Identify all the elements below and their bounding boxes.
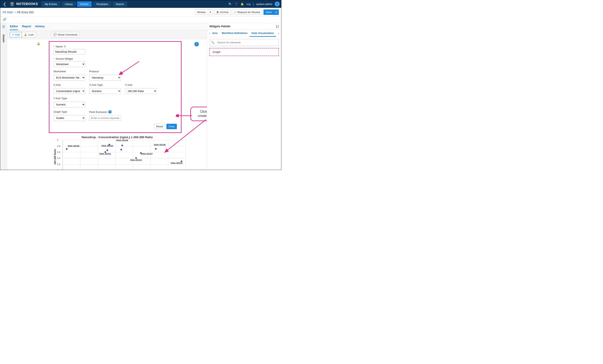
chart-ylabel: 260:280 Ratio — [54, 149, 57, 165]
breadcrumb-bar: PE R&D > PE Entry 003 Review ▾ 🗑Archive … — [0, 8, 281, 17]
tab-editor[interactable]: Editor — [10, 23, 18, 30]
palette-tab-workflow[interactable]: Workflow Definitions — [220, 30, 250, 37]
palette-tab-trunc[interactable]: ions — [212, 30, 220, 37]
point-label: DNA-00104 — [171, 162, 183, 164]
graph-type-label: Graph Type — [53, 110, 85, 113]
yaxis-select[interactable]: 260:280 Ratio — [125, 88, 157, 94]
chart-title: Nanodrop - Concentration (ng/uL) x 260:2… — [49, 135, 186, 139]
refresh-icon[interactable]: ↻ — [64, 45, 66, 48]
save-caret[interactable]: ▾ — [274, 10, 279, 15]
scatter-point[interactable] — [66, 148, 68, 150]
search-icon[interactable]: 🔍 — [228, 2, 232, 6]
chart-area: Nanodrop - Concentration (ng/uL) x 260:2… — [49, 135, 186, 170]
point-label: DNA-00109 — [116, 139, 128, 142]
org-label: esp — [246, 3, 251, 6]
protocol-select[interactable]: Nanodrop — [89, 75, 121, 80]
scatter-point[interactable] — [106, 149, 108, 151]
xaxis-label: X Axis — [53, 83, 85, 86]
xaxis-select[interactable]: Concentration (ng/uL) — [53, 88, 85, 94]
bell-icon[interactable]: 🔔 — [240, 2, 244, 6]
widgets-palette-panel: Widgets Palette❭| ‹ ions Workflow Defini… — [207, 23, 281, 170]
help-icon[interactable]: ? — [108, 110, 112, 114]
save-button[interactable]: Save — [264, 10, 274, 15]
editor-toolbar: ✎Edit 🔒Lock 💬Show Comments — [7, 30, 207, 39]
tab-history[interactable]: History — [35, 23, 45, 30]
help-icon[interactable]: ❓ — [234, 2, 238, 6]
tab-report[interactable]: Report — [22, 23, 31, 30]
check-icon: ✓ — [234, 11, 236, 14]
reset-button[interactable]: Reset — [154, 124, 165, 129]
breadcrumb-current: PE Entry 003 — [17, 11, 34, 14]
review-caret[interactable]: ▾ — [208, 10, 213, 15]
scatter-point[interactable] — [121, 145, 123, 146]
unlock-icon: 🔓 — [37, 42, 40, 45]
widget-menu-button[interactable]: ☰ — [194, 42, 199, 46]
nav-entries[interactable]: Entries — [77, 1, 92, 7]
lock-button[interactable]: 🔒Lock — [22, 32, 36, 37]
show-comments-button[interactable]: 💬Show Comments — [51, 32, 80, 37]
protocol-label: Protocol — [89, 70, 121, 73]
link-icon[interactable]: 🔗 — [3, 18, 7, 21]
review-button[interactable]: Review — [195, 10, 208, 15]
palette-search[interactable]: 🔍 — [209, 39, 279, 46]
xaxis-type-select[interactable]: Numeric — [89, 88, 121, 94]
request-review-button[interactable]: ✓Request for Review — [232, 10, 262, 15]
graph-widget-item[interactable]: Graph — [209, 48, 279, 56]
search-icon: 🔍 — [211, 41, 214, 44]
palette-tab-dataviz[interactable]: Data Visualization — [250, 30, 276, 37]
details-sidebar: ☰ Details — [0, 23, 7, 170]
draw-button[interactable]: Draw — [166, 124, 177, 129]
details-label[interactable]: Details — [2, 34, 5, 42]
point-label: DNA-00105 — [68, 145, 79, 147]
yaxis-type-label: Y Axis Type — [53, 97, 85, 100]
top-bar: ❮ 📓 NOTEBOOKS My Entries Library Entries… — [0, 0, 281, 8]
source-widget-label: Source Widget — [56, 57, 73, 60]
notebook-icon: 📓 — [9, 1, 15, 7]
yaxis-type-select[interactable]: Numeric — [53, 102, 85, 107]
avatar[interactable]: 👤 — [275, 2, 279, 6]
nav-library[interactable]: Library — [61, 1, 76, 7]
point-label: DNA-00102 — [102, 145, 113, 147]
graph-config-panel: *Name↻ *Source Widget Worksheet Workshee… — [49, 41, 182, 133]
callout-click-draw: Click Draw to create the graph — [190, 107, 207, 121]
nav-templates[interactable]: Templates — [93, 1, 111, 7]
breadcrumb-parent[interactable]: PE R&D — [3, 11, 13, 14]
scroll-right-icon[interactable]: › — [276, 32, 281, 35]
back-button[interactable]: ❮ — [2, 1, 7, 7]
name-label: Name — [56, 45, 63, 48]
archive-button[interactable]: 🗑Archive — [214, 10, 231, 15]
palette-search-input[interactable] — [216, 40, 277, 45]
worksheet-label: Worksheet — [53, 70, 85, 73]
nav-search[interactable]: Search — [113, 1, 127, 7]
top-nav: My Entries Library Entries Templates Sea… — [42, 1, 127, 7]
lock-icon: 🔒 — [24, 33, 27, 36]
point-label: DNA-00108 — [154, 144, 166, 146]
yaxis-label: Y Axis — [125, 83, 157, 86]
scatter-point[interactable] — [155, 148, 157, 150]
point-label: DNA-00101 — [100, 153, 111, 155]
comment-icon: 💬 — [53, 33, 57, 36]
palette-title: Widgets Palette — [209, 25, 230, 28]
pencil-icon: ✎ — [12, 33, 14, 36]
scatter-plot: 0.811.21.41.61.82DNA-00105DNA-00101DNA-0… — [62, 140, 186, 170]
user-name: system admin — [256, 3, 272, 6]
editor-tabs: Editor Report History — [7, 23, 207, 30]
point-label: DNA-00103 — [130, 159, 142, 161]
nav-my-entries[interactable]: My Entries — [42, 1, 60, 7]
name-input[interactable] — [53, 49, 85, 55]
point-exclusion-label: Point Exclusion — [89, 111, 107, 114]
menu-icon[interactable]: ☰ — [2, 25, 5, 29]
archive-icon: 🗑 — [216, 11, 219, 14]
worksheet-select[interactable]: ELN Worksheet: Na... — [53, 75, 85, 80]
collapse-icon[interactable]: ❭| — [276, 25, 279, 28]
point-label: DNA-00107 — [141, 153, 153, 155]
brand-title: NOTEBOOKS — [16, 2, 38, 6]
xaxis-type-label: X Axis Type — [89, 83, 121, 86]
edit-button[interactable]: ✎Edit — [10, 32, 22, 37]
source-widget-select[interactable]: Worksheet — [53, 61, 85, 67]
point-exclusion-input[interactable] — [89, 115, 121, 121]
scroll-left-icon[interactable]: ‹ — [207, 32, 212, 35]
graph-type-select[interactable]: Scatter — [53, 115, 85, 121]
scatter-point[interactable] — [120, 149, 122, 150]
